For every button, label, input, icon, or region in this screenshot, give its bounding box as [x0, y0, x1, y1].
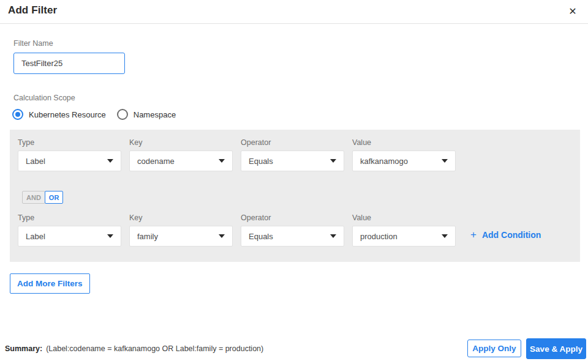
radio-label: Kubernetes Resource — [29, 110, 106, 119]
summary-label: Summary: — [5, 344, 42, 353]
calculation-scope-options: Kubernetes Resource Namespace — [12, 108, 176, 121]
row2-operator-value: Equals — [249, 232, 273, 241]
row1-value-value: kafkanamogo — [360, 157, 408, 166]
row2-value-select[interactable]: production — [352, 226, 456, 247]
row1-operator-column: Operator Equals — [241, 138, 344, 171]
radio-label: Namespace — [134, 110, 176, 119]
conditions-panel: Type Label Key codename Operator Equals … — [10, 130, 580, 262]
summary-text: (Label:codename = kafkanamogo OR Label:f… — [46, 344, 263, 353]
radio-selected-icon — [12, 109, 23, 120]
chevron-down-icon — [442, 234, 448, 238]
row2-value-column: Value production — [352, 214, 456, 247]
chevron-down-icon — [219, 234, 225, 238]
row2-type-select[interactable]: Label — [18, 226, 121, 247]
radio-unselected-icon — [117, 109, 128, 120]
row1-operator-select[interactable]: Equals — [241, 150, 344, 171]
key-label: Key — [129, 214, 233, 222]
row2-key-select[interactable]: family — [129, 226, 233, 247]
row2-type-column: Type Label — [18, 214, 121, 247]
operator-label: Operator — [241, 214, 344, 222]
row2-operator-select[interactable]: Equals — [241, 226, 344, 247]
chevron-down-icon — [330, 234, 336, 238]
type-label: Type — [18, 138, 121, 147]
chevron-down-icon — [330, 159, 336, 163]
operator-label: Operator — [241, 138, 344, 147]
chevron-down-icon — [219, 159, 225, 163]
row1-type-value: Label — [26, 157, 45, 166]
logic-operator-toggle: AND OR — [22, 191, 63, 204]
dialog-header: Add Filter ✕ — [0, 0, 588, 24]
filter-name-label: Filter Name — [13, 39, 53, 48]
key-label: Key — [129, 138, 233, 147]
row2-value-value: production — [360, 232, 398, 241]
apply-only-button[interactable]: Apply Only — [467, 340, 521, 357]
radio-namespace[interactable]: Namespace — [117, 109, 176, 120]
row1-operator-value: Equals — [249, 157, 273, 166]
add-filter-dialog: Add Filter ✕ Filter Name Calculation Sco… — [0, 0, 588, 364]
or-toggle-button[interactable]: OR — [45, 191, 64, 204]
row1-key-value: codename — [137, 157, 175, 166]
row2-key-column: Key family — [129, 214, 233, 247]
row1-value-column: Value kafkanamogo — [352, 138, 456, 171]
type-label: Type — [18, 214, 121, 222]
chevron-down-icon — [107, 234, 113, 238]
chevron-down-icon — [107, 159, 113, 163]
value-label: Value — [352, 138, 456, 147]
row2-key-value: family — [137, 232, 158, 241]
and-toggle-button[interactable]: AND — [22, 191, 45, 204]
add-condition-label: Add Condition — [482, 230, 541, 240]
row1-type-select[interactable]: Label — [18, 150, 121, 171]
plus-icon: + — [470, 229, 477, 240]
filter-summary: Summary: (Label:codename = kafkanamogo O… — [5, 344, 263, 353]
value-label: Value — [352, 214, 456, 222]
close-icon: ✕ — [568, 7, 576, 17]
radio-kubernetes-resource[interactable]: Kubernetes Resource — [12, 109, 106, 120]
filter-name-input[interactable] — [13, 53, 125, 74]
row1-key-select[interactable]: codename — [129, 150, 233, 171]
add-condition-button[interactable]: + Add Condition — [470, 229, 541, 240]
calculation-scope-label: Calculation Scope — [13, 94, 75, 102]
row2-type-value: Label — [26, 232, 45, 241]
row1-type-column: Type Label — [18, 138, 121, 171]
chevron-down-icon — [442, 159, 448, 163]
row1-key-column: Key codename — [129, 138, 233, 171]
add-more-filters-button[interactable]: Add More Filters — [10, 273, 90, 294]
dialog-title: Add Filter — [8, 4, 57, 17]
close-button[interactable]: ✕ — [565, 4, 581, 20]
row1-value-select[interactable]: kafkanamogo — [352, 150, 456, 171]
save-and-apply-button[interactable]: Save & Apply — [526, 338, 586, 359]
row2-operator-column: Operator Equals — [241, 214, 344, 247]
